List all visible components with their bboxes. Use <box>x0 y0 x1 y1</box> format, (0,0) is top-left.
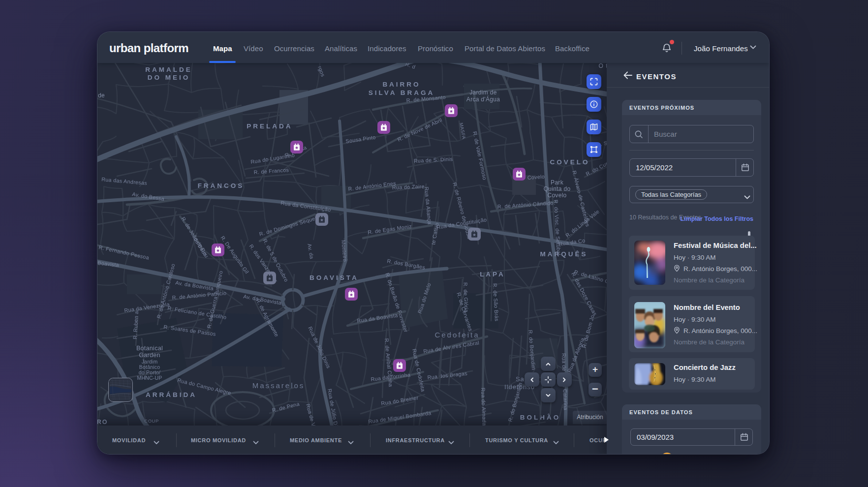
svg-text:Garden: Garden <box>139 352 160 359</box>
svg-text:MHNC-UP: MHNC-UP <box>137 375 162 381</box>
svg-text:Botanical: Botanical <box>136 345 163 352</box>
svg-text:MARQUÊS: MARQUÊS <box>540 250 588 258</box>
svg-text:Arca d'Água: Arca d'Água <box>466 95 500 103</box>
svg-text:Covelo: Covelo <box>527 174 545 181</box>
svg-text:RAMALDE: RAMALDE <box>145 66 192 73</box>
svg-text:PRELADA: PRELADA <box>247 122 292 130</box>
svg-text:Covelo: Covelo <box>547 192 566 199</box>
svg-text:Rua do Zaire: Rua do Zaire <box>392 183 425 190</box>
svg-text:RO: RO <box>97 419 108 426</box>
svg-text:Jardim de: Jardim de <box>469 89 496 96</box>
svg-text:Cedofeita: Cedofeita <box>434 331 479 339</box>
svg-text:de: de <box>98 92 105 99</box>
svg-text:COUP: COUP <box>144 418 158 424</box>
svg-text:BOAVISTA: BOAVISTA <box>310 274 359 281</box>
svg-text:Massarelos: Massarelos <box>252 381 305 390</box>
svg-text:LAPA: LAPA <box>480 271 505 278</box>
svg-text:Quinta do: Quinta do <box>544 185 571 192</box>
svg-text:DO MEIO: DO MEIO <box>148 74 190 81</box>
svg-text:O t: O t <box>598 63 607 69</box>
svg-text:COVELO: COVELO <box>550 158 589 166</box>
svg-text:Park: Park <box>551 179 564 186</box>
svg-text:BAIRRO: BAIRRO <box>382 81 420 88</box>
svg-text:ARRÁBIDA: ARRÁBIDA <box>146 391 197 398</box>
svg-text:FRANCOS: FRANCOS <box>198 182 245 189</box>
